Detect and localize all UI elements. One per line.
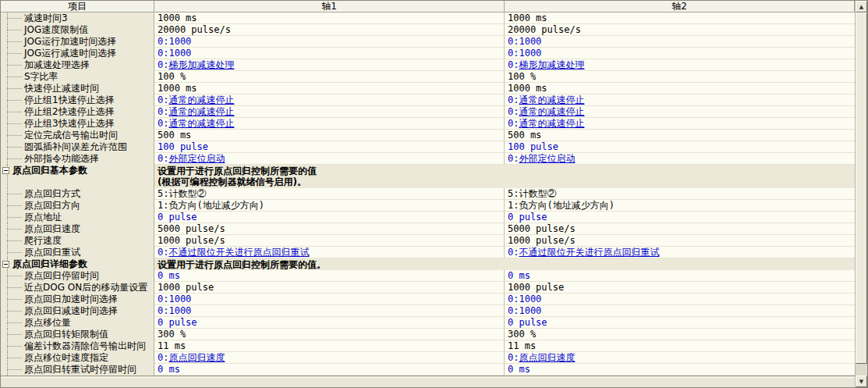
axis2-value-cell[interactable]: 100 pulse — [505, 141, 855, 153]
axis1-value-cell[interactable]: 300 % — [154, 329, 505, 340]
axis1-value-cell[interactable]: 0:1000 — [154, 36, 505, 48]
axis2-value-cell[interactable]: 0 pulse — [505, 212, 855, 223]
parameter-name-cell: 原点移位量 — [1, 317, 154, 329]
axis2-value-cell[interactable]: 1000 pulse/s — [505, 235, 855, 247]
axis1-value-cell[interactable]: 0 ms — [154, 270, 505, 282]
parameter-name: 原点回归转矩限制值 — [24, 329, 108, 340]
collapse-minus-box-icon[interactable] — [2, 261, 9, 268]
section-description: 设置用于进行原点回归控制所需要的值。 — [154, 258, 867, 270]
parameter-row: 原点回归方式 5:计数型② 5:计数型② — [1, 188, 867, 200]
axis1-value-cell[interactable]: 0:通常的减速停止 — [154, 118, 505, 130]
axis2-value-cell[interactable]: 0:原点回归速度 — [505, 352, 855, 364]
axis1-value-cell[interactable]: 0 pulse — [154, 317, 505, 329]
axis2-value-cell[interactable]: 1000 pulse — [505, 282, 855, 294]
axis2-value-cell[interactable]: 1000 ms — [505, 12, 855, 24]
parameter-name-cell: 偏差计数器清除信号输出时间 — [1, 340, 154, 352]
tree-branch-line — [7, 88, 22, 89]
parameter-name-cell: 原点回归重试 — [1, 247, 154, 258]
axis1-value-cell[interactable]: 100 pulse — [154, 141, 505, 153]
axis2-value-cell[interactable]: 0:通常的减速停止 — [505, 94, 855, 106]
axis2-value-cell[interactable]: 1:负方向(地址减少方向) — [505, 200, 855, 212]
axis1-value-cell[interactable]: 0 ms — [154, 364, 505, 376]
axis2-value-cell[interactable]: 0 ms — [505, 270, 855, 282]
down-arrow-icon: ▼ — [859, 379, 863, 385]
tree-branch-line — [7, 65, 22, 66]
parameter-name: 圆弧插补间误差允许范围 — [24, 142, 127, 152]
axis1-value-cell[interactable]: 1000 ms — [154, 83, 505, 94]
axis1-value-cell[interactable]: 500 ms — [154, 130, 505, 141]
parameter-name: JOG运行加速时间选择 — [24, 37, 116, 47]
axis1-value-cell[interactable]: 0:通常的减速停止 — [154, 94, 505, 106]
axis1-value-cell[interactable]: 0:外部定位启动 — [154, 153, 505, 165]
axis2-value-cell[interactable]: 0:1000 — [505, 48, 855, 59]
axis2-value-cell[interactable]: 1000 ms — [505, 83, 855, 94]
axis1-value-cell[interactable]: 0:原点回归速度 — [154, 352, 505, 364]
parameter-rows: 减速时间3 1000 ms 1000 ms JOG速度限制值 20000 pul… — [1, 12, 867, 376]
axis1-value-cell[interactable]: 5:计数型② — [154, 188, 505, 200]
header-row: 项目 轴1 轴2 — [1, 1, 867, 12]
axis1-value-cell[interactable]: 1000 ms — [154, 12, 505, 24]
axis2-value-cell[interactable]: 0:梯形加减速处理 — [505, 59, 855, 71]
parameter-name-cell: 停止组3快速停止选择 — [1, 118, 154, 130]
axis1-value-cell[interactable]: 0 pulse — [154, 212, 505, 223]
scroll-down-button[interactable]: ▼ — [856, 376, 867, 387]
parameter-row: 圆弧插补间误差允许范围 100 pulse 100 pulse — [1, 141, 867, 153]
tree-branch-line — [7, 158, 22, 159]
parameter-row: 加减速处理选择 0:梯形加减速处理 0:梯形加减速处理 — [1, 59, 867, 71]
section-row: 原点回归详细参数 设置用于进行原点回归控制所需要的值。 — [1, 258, 867, 270]
axis2-value-cell[interactable]: 5:计数型② — [505, 188, 855, 200]
axis1-value-cell[interactable]: 1000 pulse — [154, 282, 505, 294]
parameter-row: 原点回归减速时间选择 0:1000 0:1000 — [1, 305, 867, 317]
section-name-cell: 原点回归基本参数 — [1, 165, 154, 188]
axis1-value-cell[interactable]: 0:梯形加减速处理 — [154, 59, 505, 71]
tree-branch-line — [7, 147, 22, 148]
tree-branch-line — [7, 41, 22, 42]
vertical-scrollbar[interactable]: ▲ ▼ — [855, 1, 867, 387]
axis1-value-cell[interactable]: 1000 pulse/s — [154, 235, 505, 247]
parameter-name: 原点回归方式 — [24, 189, 80, 199]
axis2-value-cell[interactable]: 5000 pulse/s — [505, 223, 855, 235]
axis1-value-cell[interactable]: 20000 pulse/s — [154, 24, 505, 36]
collapse-minus-box-icon[interactable] — [2, 167, 9, 174]
axis1-value-cell[interactable]: 0:1000 — [154, 48, 505, 59]
axis2-value-cell[interactable]: 11 ms — [505, 340, 855, 352]
scroll-up-button[interactable]: ▲ — [856, 1, 867, 12]
axis2-value-cell[interactable]: 0 pulse — [505, 317, 855, 329]
axis1-value-cell[interactable]: 0:通常的减速停止 — [154, 106, 505, 118]
axis1-value-cell[interactable]: 100 % — [154, 71, 505, 83]
axis1-value-cell[interactable]: 0:1000 — [154, 305, 505, 317]
tree-branch-line — [7, 18, 22, 19]
axis2-value-cell[interactable]: 0:通常的减速停止 — [505, 118, 855, 130]
parameter-name-cell: JOG速度限制值 — [1, 24, 154, 36]
parameter-row: 停止组3快速停止选择 0:通常的减速停止 0:通常的减速停止 — [1, 118, 867, 130]
parameter-name-cell: 原点回归速度 — [1, 223, 154, 235]
parameter-row: 近点DOG ON后的移动量设置 1000 pulse 1000 pulse — [1, 282, 867, 294]
axis2-value-cell[interactable]: 0:1000 — [505, 305, 855, 317]
parameter-name: 停止组1快速停止选择 — [24, 95, 115, 105]
axis1-value-cell[interactable]: 0:不通过限位开关进行原点回归重试 — [154, 247, 505, 258]
tree-branch-line — [7, 287, 22, 288]
parameter-row: JOG运行减速时间选择 0:1000 0:1000 — [1, 48, 867, 59]
parameter-name-cell: 原点回归方式 — [1, 188, 154, 200]
horizontal-scrollbar[interactable] — [1, 376, 855, 387]
axis2-value-cell[interactable]: 0 ms — [505, 364, 855, 376]
parameter-name: 近点DOG ON后的移动量设置 — [24, 283, 147, 293]
tree-branch-line — [7, 311, 22, 311]
axis1-value-cell[interactable]: 0:1000 — [154, 294, 505, 305]
parameter-name-cell: 停止组2快速停止选择 — [1, 106, 154, 118]
column-header-axis2: 轴2 — [505, 1, 855, 12]
axis2-value-cell[interactable]: 0:外部定位启动 — [505, 153, 855, 165]
axis2-value-cell[interactable]: 0:1000 — [505, 36, 855, 48]
axis2-value-cell[interactable]: 0:1000 — [505, 294, 855, 305]
axis2-value-cell[interactable]: 500 ms — [505, 130, 855, 141]
axis1-value-cell[interactable]: 11 ms — [154, 340, 505, 352]
axis1-value-cell[interactable]: 5000 pulse/s — [154, 223, 505, 235]
axis2-value-cell[interactable]: 100 % — [505, 71, 855, 83]
axis2-value-cell[interactable]: 300 % — [505, 329, 855, 340]
axis1-value-cell[interactable]: 1:负方向(地址减少方向) — [154, 200, 505, 212]
axis2-value-cell[interactable]: 0:通常的减速停止 — [505, 106, 855, 118]
axis2-value-cell[interactable]: 20000 pulse/s — [505, 24, 855, 36]
axis2-value-cell[interactable]: 0:不通过限位开关进行原点回归重试 — [505, 247, 855, 258]
vertical-scrollbar-thumb[interactable] — [856, 12, 867, 364]
parameter-name-cell: 原点回归转矩限制值 — [1, 329, 154, 340]
